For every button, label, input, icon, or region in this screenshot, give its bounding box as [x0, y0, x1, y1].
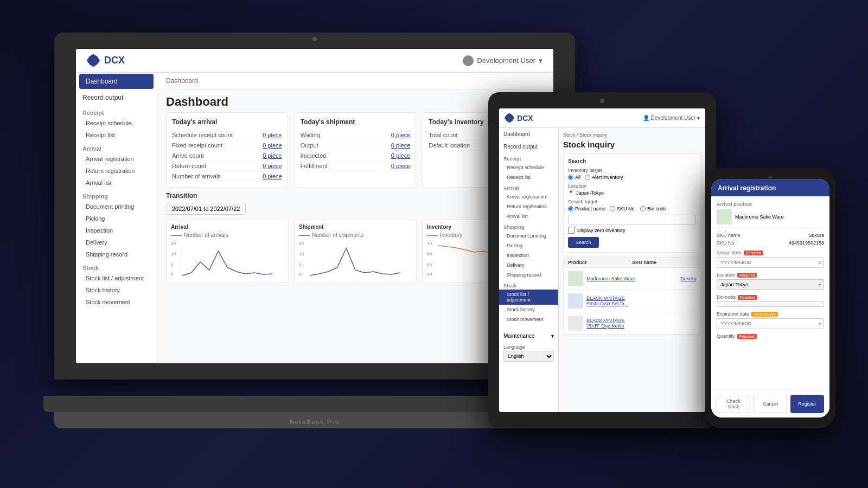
radio-product-name-input[interactable] — [568, 206, 573, 211]
phone-sku-no-label: SKU No. — [717, 240, 736, 246]
radio-bin-code-input[interactable] — [640, 206, 646, 211]
output-value[interactable]: 0 piece — [391, 142, 410, 149]
phone-arrival-date-label: Arrival date — [717, 250, 742, 255]
register-button[interactable]: Register — [790, 395, 824, 413]
tablet-sidebar-document-printing[interactable]: Document printing — [499, 231, 558, 241]
radio-all[interactable]: All — [568, 175, 580, 180]
phone-bin-code-label-row: Bin code Required — [717, 294, 824, 300]
svg-text:5: 5 — [171, 262, 174, 267]
tablet-sidebar-delivery[interactable]: Delivery — [499, 260, 558, 270]
tablet-search-target: Product name SKU No. Bin code — [568, 206, 696, 211]
tablet-user-icon: 👤 — [643, 115, 649, 121]
tablet-sidebar-stock-history[interactable]: Stock history — [499, 305, 558, 314]
inspected-value[interactable]: 0 piece — [391, 152, 410, 159]
phone-quantity-label-row: Quantity Required — [717, 333, 824, 339]
waiting-value[interactable]: 0 piece — [391, 132, 410, 138]
radio-sku-no-input[interactable] — [610, 206, 615, 211]
svg-text:20: 20 — [171, 241, 176, 246]
todays-arrival-section: Today's arrival Schedule receipt count 0… — [166, 112, 288, 188]
radio-bin-code[interactable]: Bin code — [640, 206, 666, 211]
dash-row-fixed: Fixed receipt count 0 piece — [172, 140, 282, 151]
sidebar-item-delivery[interactable]: Delivery — [76, 236, 157, 248]
tablet-sidebar-receipt-list[interactable]: Receipt list — [499, 172, 558, 182]
bin-code-field[interactable] — [717, 301, 824, 307]
product-name-1[interactable]: Madoromu Sake Ware — [586, 276, 680, 281]
transition-date[interactable]: 2022/07/01 to 2022/07/22 — [166, 203, 246, 215]
phone-quantity-label: Quantity — [717, 333, 735, 339]
expiration-date-input[interactable] — [717, 318, 824, 329]
tablet-sidebar-receipt-schedule[interactable]: Receipt schedule — [499, 163, 558, 172]
product-name-3b[interactable]: "BAR" Drip Kettle — [586, 323, 696, 329]
phone-location-label: Location — [717, 272, 735, 278]
tablet-sidebar-inspection[interactable]: Inspection — [499, 251, 558, 260]
product-name-2b[interactable]: Pasta Dish Set fo... — [586, 301, 696, 306]
sidebar-item-arrival-registration[interactable]: Arrival registration — [76, 153, 157, 165]
product-name-3[interactable]: BLACK VINTAGE — [586, 318, 696, 323]
arrival-date-clear-icon[interactable]: ✕ — [818, 260, 822, 266]
product-sku-1[interactable]: Sakura — [680, 276, 696, 281]
sidebar-item-dashboard[interactable]: Dashboard — [79, 74, 154, 89]
sidebar-item-stock-list[interactable]: Stock list / adjustment — [76, 272, 157, 284]
laptop-camera — [312, 37, 317, 41]
radio-all-input[interactable] — [568, 175, 573, 180]
location-select[interactable]: Japan-Tokyo — [717, 279, 824, 290]
expiration-date-clear-icon[interactable]: ✕ — [818, 321, 822, 327]
radio-alert[interactable]: Alert inventory — [585, 175, 623, 180]
search-input[interactable] — [568, 215, 696, 224]
radio-sku-no[interactable]: SKU No. — [610, 206, 636, 211]
dash-row-fulfillment: Fulfillment 0 piece — [301, 161, 411, 171]
tablet-user[interactable]: 👤 Development User ▾ — [643, 115, 700, 121]
tablet-sidebar-dashboard[interactable]: Dashboard — [499, 128, 558, 140]
tablet-sidebar-record-output[interactable]: Record output — [499, 140, 558, 153]
dash-row-schedule: Schedule receipt count 0 piece — [172, 130, 282, 140]
tablet-sidebar-stock-list[interactable]: Stock list / adjustment — [499, 290, 558, 305]
sidebar-item-receipt-schedule[interactable]: Receipt schedule — [76, 117, 157, 129]
sidebar-item-inspection[interactable]: Inspection — [76, 224, 157, 236]
sidebar-item-stock-movement[interactable]: Stock movement — [76, 296, 157, 308]
arrival-date-input[interactable] — [717, 257, 824, 268]
tablet-sidebar-shipping-record[interactable]: Shipping record — [499, 270, 558, 280]
arrive-value[interactable]: 0 piece — [263, 152, 282, 159]
tablet-inventory-target-label: Inventory target — [568, 168, 696, 173]
tablet-sidebar-return-registration[interactable]: Return registration — [499, 202, 558, 211]
sidebar-item-document-printing[interactable]: Document printing — [76, 201, 157, 213]
radio-alert-input[interactable] — [585, 175, 590, 180]
todays-shipment-section: Today's shipment Waiting 0 piece Output … — [295, 112, 417, 188]
tablet-sidebar-picking[interactable]: Picking — [499, 241, 558, 251]
return-value[interactable]: 0 piece — [263, 163, 282, 169]
sidebar-item-record-output[interactable]: Record output — [76, 90, 157, 105]
display-zero-label: Display zero inventory — [577, 228, 626, 233]
phone-footer: Check stock Cancel Register — [711, 390, 829, 418]
radio-product-name[interactable]: Product name — [568, 206, 605, 211]
tablet-sidebar: Dashboard Record output Receipt Receipt … — [499, 128, 559, 412]
arrivals-value[interactable]: 0 piece — [263, 173, 282, 179]
app-logo: DCX — [87, 54, 125, 67]
sidebar-item-shipping-record[interactable]: Shipping record — [76, 248, 157, 260]
sidebar-item-picking[interactable]: Picking — [76, 213, 157, 224]
tablet-sidebar-arrival-registration[interactable]: Arrival registration — [499, 192, 558, 202]
check-stock-button[interactable]: Check stock — [717, 395, 750, 413]
svg-text:70: 70 — [427, 241, 432, 246]
schedule-value[interactable]: 0 piece — [263, 132, 282, 138]
app-user[interactable]: Development User ▾ — [463, 55, 542, 66]
product-row-2: BLACK VINTAGE Pasta Dish Set fo... — [564, 290, 700, 312]
language-select[interactable]: English — [503, 351, 554, 362]
product-name-2[interactable]: BLACK VINTAGE — [586, 296, 696, 301]
maintenance-expand-icon[interactable]: ▾ — [551, 333, 554, 339]
sidebar-item-stock-history[interactable]: Stock history — [76, 284, 157, 296]
arrival-chart: Arrival Number of arrivals 20 10 — [166, 219, 289, 283]
search-button[interactable]: Search — [568, 237, 599, 248]
arrival-legend-label: Number of arrivals — [184, 232, 228, 238]
arrival-date-required-badge: Required — [744, 251, 763, 255]
sidebar-item-return-registration[interactable]: Return registration — [76, 165, 157, 177]
fulfillment-value[interactable]: 0 piece — [391, 163, 410, 169]
display-zero-checkbox[interactable]: Display zero inventory — [568, 227, 696, 234]
fixed-value[interactable]: 0 piece — [263, 142, 282, 149]
cancel-button[interactable]: Cancel — [754, 395, 787, 413]
tablet-sidebar-stock-movement[interactable]: Stock movement — [499, 314, 558, 324]
tablet-sidebar-arrival-list[interactable]: Arrival list — [499, 211, 558, 221]
sidebar-item-arrival-list[interactable]: Arrival list — [76, 177, 157, 189]
sidebar-item-receipt-list[interactable]: Receipt list — [76, 129, 157, 141]
display-zero-input[interactable] — [568, 227, 575, 234]
app-logo-text: DCX — [104, 55, 125, 66]
